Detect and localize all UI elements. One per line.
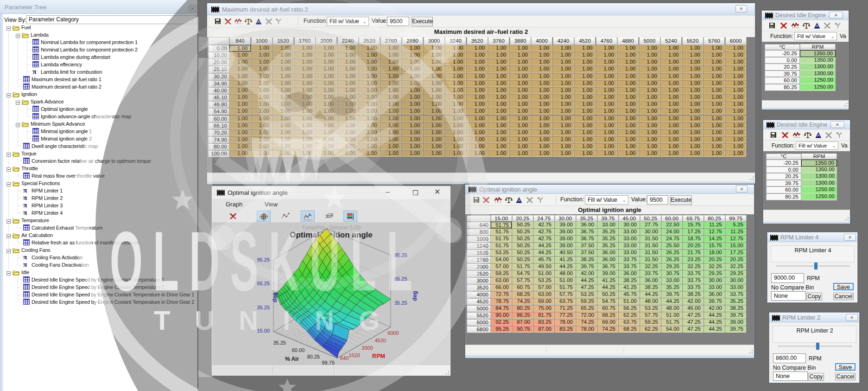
svg-text:35.25: 35.25: [273, 340, 286, 346]
svg-text:deg: deg: [272, 292, 278, 302]
svg-text:% Air: % Air: [285, 356, 299, 362]
svg-text:4520: 4520: [374, 338, 386, 343]
svg-text:1520: 1520: [348, 353, 360, 358]
svg-text:65.25: 65.25: [257, 281, 270, 286]
svg-text:65.25: 65.25: [394, 276, 407, 282]
svg-text:60.00: 60.00: [292, 347, 305, 353]
svg-text:3000: 3000: [361, 345, 373, 351]
svg-text:640: 640: [340, 355, 348, 361]
svg-text:deg: deg: [412, 291, 418, 301]
svg-text:99.75: 99.75: [322, 360, 335, 365]
svg-text:15.00: 15.00: [257, 328, 270, 333]
svg-text:95.25: 95.25: [257, 257, 270, 263]
svg-text:80.25: 80.25: [307, 354, 320, 359]
svg-text:35.25: 35.25: [257, 305, 270, 310]
svg-text:35.25: 35.25: [394, 300, 407, 306]
svg-text:RPM: RPM: [372, 353, 385, 359]
svg-text:6000: 6000: [387, 330, 399, 336]
svg-text:95.25: 95.25: [394, 252, 407, 258]
